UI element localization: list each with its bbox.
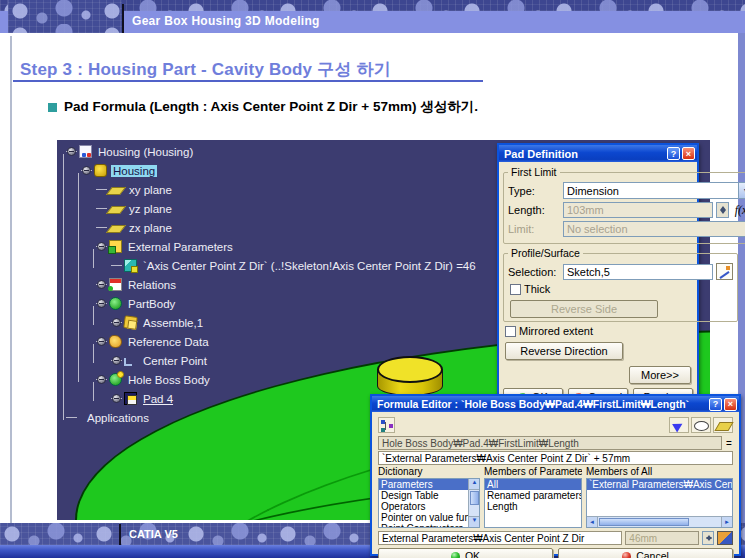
reverse-direction-button[interactable]: Reverse Direction xyxy=(505,342,623,360)
list-item[interactable]: Parameters xyxy=(379,479,479,490)
tree-item-label[interactable]: yz plane xyxy=(127,203,174,215)
tree-expand-handle[interactable] xyxy=(67,147,76,156)
tree-item-label[interactable]: Reference Data xyxy=(126,336,211,348)
members-of-parameters-list[interactable]: AllRenamed parametersLength xyxy=(484,478,582,528)
pad-dialog-titlebar[interactable]: Pad Definition ? × xyxy=(499,145,697,162)
tree-item-label[interactable]: Assemble,1 xyxy=(141,317,205,329)
list-item[interactable]: Length xyxy=(485,501,581,512)
bullet-text: Pad Formula (Length : Axis Center Point … xyxy=(64,98,478,116)
assemble-icon xyxy=(123,315,138,330)
profile-surface-group: Profile/Surface Selection: Thick Reverse… xyxy=(503,247,738,322)
length-spinner[interactable] xyxy=(716,202,729,218)
tree-item-label[interactable]: Relations xyxy=(126,279,178,291)
value-spinner[interactable] xyxy=(702,531,714,545)
list-item[interactable]: `External Parameters₩Axis Center Point Z… xyxy=(587,479,732,490)
list-item[interactable]: Design Table xyxy=(379,490,479,501)
tree-item-label[interactable]: Center Point xyxy=(141,355,209,367)
close-icon[interactable]: × xyxy=(682,147,695,160)
ok-dot-icon xyxy=(451,552,460,558)
tree-expand-handle[interactable] xyxy=(112,394,121,403)
eraser-icon[interactable] xyxy=(713,417,733,433)
tree-item-label[interactable]: PartBody xyxy=(126,298,177,310)
tree-item-label[interactable]: Housing xyxy=(111,165,157,177)
tree-item-label[interactable]: Applications xyxy=(85,412,151,424)
list-item[interactable]: All xyxy=(485,479,581,490)
tree-expand-handle[interactable] xyxy=(97,337,106,346)
tree-connector xyxy=(111,265,122,266)
help-icon[interactable]: ? xyxy=(667,147,680,160)
mirrored-extent-checkbox[interactable] xyxy=(505,326,516,337)
formula-ok-button[interactable]: OK xyxy=(378,548,553,558)
insert-structure-icon[interactable] xyxy=(378,417,395,433)
formula-dialog-titlebar[interactable]: Formula Editor : `Hole Boss Body₩Pad.4₩F… xyxy=(372,396,739,412)
bullet-icon xyxy=(48,103,57,112)
knowledge-icon[interactable] xyxy=(717,531,733,545)
dictionary-list[interactable]: ParametersDesign TableOperatorsPointer o… xyxy=(378,478,480,528)
refdata-icon xyxy=(109,335,122,348)
tree-item-label[interactable]: `Axis Center Point Z Dir` (..!Skeleton!A… xyxy=(141,260,478,272)
members-of-parameters-label: Members of Parameters xyxy=(484,466,582,478)
reverse-side-button: Reverse Side xyxy=(510,300,658,318)
members-of-all-label: Members of All xyxy=(586,466,733,478)
slide: Gear Box Housing 3D Modeling Step 3 : Ho… xyxy=(0,0,745,558)
selection-input[interactable] xyxy=(563,264,713,280)
sketch-icon[interactable] xyxy=(716,263,733,280)
tree-item-label[interactable]: Hole Boss Body xyxy=(126,374,212,386)
help-icon[interactable]: ? xyxy=(709,398,722,411)
formula-fx-button[interactable]: f(x) xyxy=(732,203,745,218)
list-item[interactable]: Pointer on value functions xyxy=(379,512,479,523)
first-limit-legend: First Limit xyxy=(508,166,560,178)
tree-item-label[interactable]: External Parameters xyxy=(126,241,235,253)
plane-icon xyxy=(106,187,126,195)
limit-label: Limit: xyxy=(508,223,560,235)
formula-dialog-title: Formula Editor : `Hole Boss Body₩Pad.4₩F… xyxy=(377,398,707,410)
tree-expand-handle[interactable] xyxy=(112,356,121,365)
tree-expand-handle[interactable] xyxy=(97,299,106,308)
more-button[interactable]: More>> xyxy=(629,366,691,384)
partbody-icon xyxy=(109,297,122,310)
tree-item-label[interactable]: Housing (Housing) xyxy=(96,146,195,158)
type-select[interactable]: Dimension ▼ xyxy=(563,182,745,199)
comment-icon[interactable] xyxy=(691,417,711,433)
tree-expand-handle[interactable] xyxy=(97,242,106,251)
tree-item-label[interactable]: zx plane xyxy=(127,222,174,234)
header-banner: Gear Box Housing 3D Modeling xyxy=(0,0,745,33)
tree-expand-handle[interactable] xyxy=(112,318,121,327)
tree-expand-handle[interactable] xyxy=(97,375,106,384)
members-of-all-list[interactable]: `External Parameters₩Axis Center Point Z… xyxy=(586,478,733,528)
type-select-value: Dimension xyxy=(564,185,738,197)
limit-input[interactable] xyxy=(563,221,745,237)
list-item[interactable]: Renamed parameters xyxy=(485,490,581,501)
chevron-down-icon[interactable]: ▼ xyxy=(738,183,745,198)
footer-title: CATIA V5 xyxy=(129,528,178,540)
target-parameter-field[interactable] xyxy=(378,436,722,450)
relations-icon xyxy=(109,278,122,291)
title-underline xyxy=(13,80,483,82)
tree-connector xyxy=(96,208,107,209)
tree-expand-handle[interactable] xyxy=(82,166,91,175)
cancel-dot-icon xyxy=(622,552,631,558)
length-input[interactable] xyxy=(563,202,713,218)
gear-icon xyxy=(94,164,107,177)
thick-label: Thick xyxy=(524,283,550,295)
tree-expand-handle[interactable] xyxy=(97,280,106,289)
parameter-value-field[interactable] xyxy=(625,531,699,545)
tree-connector xyxy=(63,154,64,420)
tree-item-label[interactable]: xy plane xyxy=(127,184,174,196)
vertical-scrollbar[interactable] xyxy=(468,479,479,527)
tree-connector xyxy=(96,227,107,228)
wizard-icon[interactable] xyxy=(669,417,689,433)
list-item[interactable]: Point Constructors xyxy=(379,523,479,528)
tree-item-label[interactable]: Pad 4 xyxy=(141,393,175,405)
formula-expression-field[interactable] xyxy=(378,451,733,465)
dictionary-label: Dictionary xyxy=(378,466,480,478)
list-item[interactable]: Operators xyxy=(379,501,479,512)
page-title: Step 3 : Housing Part - Cavity Body 구성 하… xyxy=(20,58,391,81)
selected-parameter-field[interactable] xyxy=(378,531,622,545)
thick-checkbox[interactable] xyxy=(510,284,521,295)
horizontal-scrollbar[interactable] xyxy=(587,516,732,527)
formula-cancel-button[interactable]: Cancel xyxy=(558,548,733,558)
bullet-row: Pad Formula (Length : Axis Center Point … xyxy=(48,98,478,116)
close-icon[interactable]: × xyxy=(724,398,737,411)
pad-dialog-title: Pad Definition xyxy=(504,148,665,160)
